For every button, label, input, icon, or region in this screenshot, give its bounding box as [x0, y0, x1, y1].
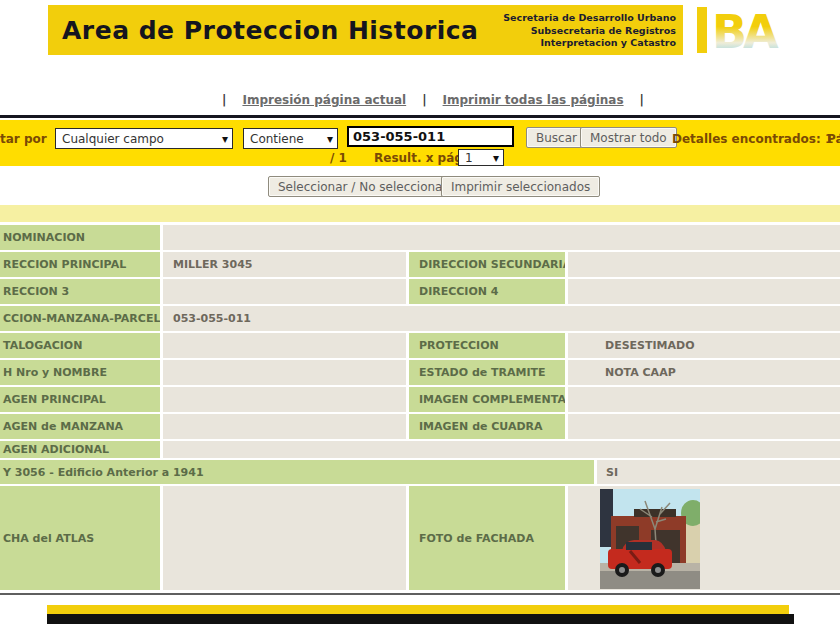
- field-label: CHA del ATLAS: [0, 486, 160, 590]
- table-row-direccion-3: RECCION 3 DIRECCION 4: [0, 279, 840, 304]
- field-value: [163, 333, 406, 358]
- chevron-down-icon: ▾: [493, 152, 499, 164]
- field-label: RECCION 3: [0, 279, 160, 304]
- results-count-text: Detalles encontrados: 1: [672, 132, 833, 146]
- table-row-denominacion: NOMINACION: [0, 225, 840, 250]
- field-label: DIRECCION 4: [409, 279, 565, 304]
- logo-separator-bar: [697, 7, 707, 53]
- org-line-1: Secretaria de Desarrollo Urbano: [503, 12, 676, 25]
- field-value: [568, 252, 840, 277]
- ba-logo: BA: [712, 8, 796, 54]
- field-value: 053-055-011: [163, 306, 840, 331]
- table-row-aph-nro-nombre: H Nro y NOMBRE ESTADO de TRAMITE NOTA CA…: [0, 360, 840, 385]
- footer-divider-rule: [0, 593, 840, 595]
- field-value: [163, 486, 406, 590]
- page: Area de Proteccion Historica Secretaria …: [0, 0, 840, 630]
- record-detail-table: NOMINACION RECCION PRINCIPAL MILLER 3045…: [0, 225, 840, 592]
- pipe-separator: |: [222, 93, 226, 107]
- org-line-2: Subsecretaria de Registros: [503, 25, 676, 38]
- chevron-down-icon: ▾: [327, 133, 333, 145]
- field-value: NOTA CAAP: [568, 360, 840, 385]
- field-label: AGEN PRINCIPAL: [0, 387, 160, 412]
- field-value: [163, 414, 406, 439]
- header-divider-rule: [0, 115, 840, 118]
- page-total-text: / 1: [330, 151, 347, 165]
- chevron-down-icon: ▾: [222, 133, 228, 145]
- facade-photo-thumbnail[interactable]: [600, 489, 700, 589]
- table-row-ficha-atlas: CHA del ATLAS FOTO de FACHADA: [0, 486, 840, 590]
- org-subtitle: Secretaria de Desarrollo Urbano Subsecre…: [503, 12, 676, 50]
- print-all-pages-link[interactable]: Imprimir todas las páginas: [443, 93, 624, 107]
- operator-select-value: Contiene: [250, 132, 304, 146]
- table-row-imagen-adicional: AGEN ADICIONAL: [0, 441, 840, 458]
- field-value: [163, 387, 406, 412]
- pipe-separator: |: [422, 93, 426, 107]
- page-label-cut: Pá: [827, 132, 840, 146]
- field-label: AGEN de MANZANA: [0, 414, 160, 439]
- print-links-row: | Impresión página actual | Imprimir tod…: [0, 92, 840, 108]
- field-value: [163, 279, 406, 304]
- field-label: H Nro y NOMBRE: [0, 360, 160, 385]
- pipe-separator: |: [640, 93, 644, 107]
- field-label: PROTECCION: [409, 333, 565, 358]
- operator-select[interactable]: Contiene ▾: [243, 128, 338, 149]
- table-row-direccion-principal: RECCION PRINCIPAL MILLER 3045 DIRECCION …: [0, 252, 840, 277]
- field-label: DIRECCION SECUNDARIA: [409, 252, 565, 277]
- field-value: DESESTIMADO: [568, 333, 840, 358]
- table-header-strip: [0, 205, 840, 222]
- field-label: CCION-MANZANA-PARCELA: [0, 306, 160, 331]
- field-value: MILLER 3045: [163, 252, 406, 277]
- field-value-photo: [568, 486, 840, 590]
- svg-text:BA: BA: [712, 8, 779, 54]
- table-row-imagen-principal: AGEN PRINCIPAL IMAGEN COMPLEMENTARIA: [0, 387, 840, 412]
- field-value: [163, 225, 840, 250]
- field-value: SI: [597, 460, 840, 484]
- field-label: NOMINACION: [0, 225, 160, 250]
- field-value: [568, 414, 840, 439]
- field-select[interactable]: Cualquier campo ▾: [55, 128, 233, 149]
- footer-black-stripe: [47, 614, 794, 624]
- search-toolbar: tar por Cualquier campo ▾ Contiene ▾ Bus…: [0, 120, 840, 166]
- field-label: ESTADO de TRAMITE: [409, 360, 565, 385]
- page-title: Area de Proteccion Historica: [48, 16, 478, 45]
- print-current-page-link[interactable]: Impresión página actual: [242, 93, 406, 107]
- org-line-3: Interpretacion y Catastro: [503, 37, 676, 50]
- filter-by-label: tar por: [0, 132, 47, 146]
- table-row-seccion-manzana-parcela: CCION-MANZANA-PARCELA 053-055-011: [0, 306, 840, 331]
- print-selected-button[interactable]: Imprimir seleccionados: [441, 176, 600, 197]
- field-label: AGEN ADICIONAL: [0, 441, 160, 458]
- field-label: TALOGACION: [0, 333, 160, 358]
- field-label: IMAGEN de CUADRA: [409, 414, 565, 439]
- table-row-ley-3056: Y 3056 - Edificio Anterior a 1941 SI: [0, 460, 840, 484]
- search-input[interactable]: [347, 126, 514, 147]
- field-value: [568, 279, 840, 304]
- per-page-select[interactable]: 1 ▾: [458, 149, 504, 166]
- field-value: [163, 360, 406, 385]
- table-row-imagen-manzana: AGEN de MANZANA IMAGEN de CUADRA: [0, 414, 840, 439]
- search-button[interactable]: Buscar: [526, 127, 587, 148]
- header-band: Area de Proteccion Historica Secretaria …: [48, 5, 683, 55]
- per-page-select-value: 1: [465, 151, 473, 165]
- field-label: FOTO de FACHADA: [409, 486, 565, 590]
- show-all-button[interactable]: Mostrar todo: [580, 127, 677, 148]
- field-label: Y 3056 - Edificio Anterior a 1941: [0, 460, 594, 484]
- field-label: RECCION PRINCIPAL: [0, 252, 160, 277]
- field-value: [163, 441, 840, 458]
- table-row-catalogacion: TALOGACION PROTECCION DESESTIMADO: [0, 333, 840, 358]
- footer-yellow-stripe: [47, 605, 789, 614]
- field-value: [568, 387, 840, 412]
- field-select-value: Cualquier campo: [62, 132, 164, 146]
- field-label: IMAGEN COMPLEMENTARIA: [409, 387, 565, 412]
- actions-row: Seleccionar / No seleccionar todo Imprim…: [0, 176, 840, 198]
